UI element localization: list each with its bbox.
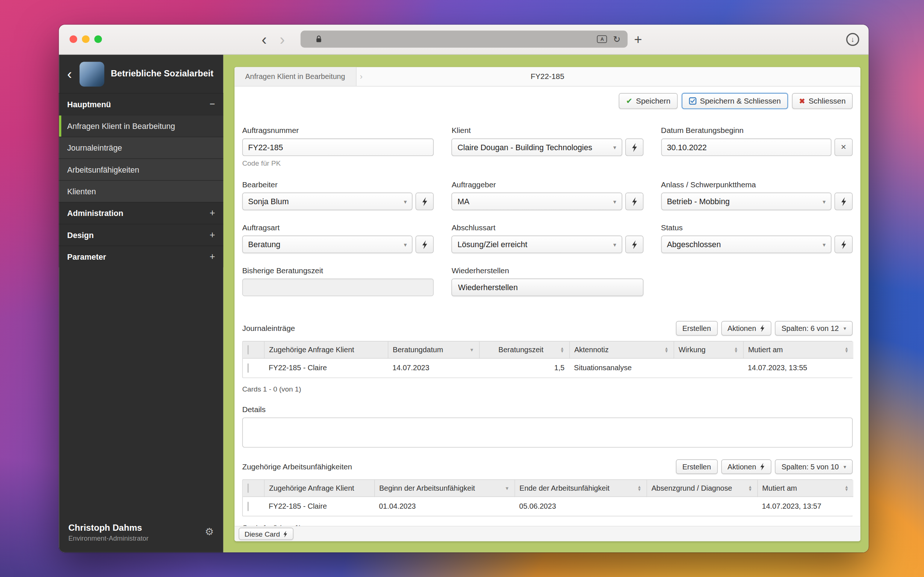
window-zoom-button[interactable]	[94, 35, 102, 43]
gear-icon[interactable]: ⚙	[205, 526, 214, 538]
sidebar-group-design[interactable]: Design +	[59, 224, 223, 245]
bearbeiter-bolt-button[interactable]	[416, 192, 434, 210]
auftraggeber-bolt-button[interactable]	[625, 192, 644, 210]
klient-select[interactable]: Claire Dougan - Building Technologies ▾	[452, 139, 622, 156]
au-actions-button[interactable]: Aktionen	[721, 459, 772, 474]
filter-caret-icon[interactable]: ▼	[505, 485, 509, 491]
journal-columns-button[interactable]: Spalten: 6 von 12 ▾	[775, 321, 853, 336]
abschlussart-select[interactable]: Lösung/Ziel erreicht ▾	[452, 235, 622, 253]
record-actions: ✔ Speichern Speichern & Schliessen ✖ Sch…	[234, 87, 860, 109]
field-label: Bisherige Beratungszeit	[242, 266, 434, 276]
downloads-icon[interactable]: ↓	[846, 33, 859, 46]
field-datum-beratungsbeginn: Datum Beratungsbeginn ✕	[661, 126, 853, 167]
select-all-header[interactable]	[243, 480, 264, 497]
auftraggeber-select[interactable]: MA ▾	[452, 192, 622, 210]
sidebar-item-anfragen-klient[interactable]: Anfragen Klient in Bearbeitung	[59, 115, 223, 137]
browser-nav: ‹ ›	[262, 24, 285, 54]
sidebar-group-administration[interactable]: Administration +	[59, 202, 223, 224]
save-and-close-button[interactable]: Speichern & Schliessen	[682, 93, 788, 109]
expand-icon[interactable]: +	[210, 230, 215, 240]
column-header-mutiert-am[interactable]: Mutiert am▲▼	[743, 342, 853, 358]
row-checkbox[interactable]	[247, 363, 249, 373]
sidebar-collapse-icon[interactable]: ‹	[66, 67, 73, 81]
column-header-anfrage[interactable]: Zugehörige Anfrage Klient	[264, 342, 388, 358]
sort-icon[interactable]: ▲▼	[664, 347, 669, 353]
address-bar[interactable]: A ↻	[300, 31, 628, 47]
sort-icon[interactable]: ▲▼	[748, 485, 752, 492]
column-header-beratungdatum[interactable]: Beratungdatum▼	[388, 342, 479, 358]
auftragsart-bolt-button[interactable]	[416, 235, 434, 253]
au-columns-button[interactable]: Spalten: 5 von 10 ▾	[775, 459, 853, 474]
row-checkbox[interactable]	[247, 502, 249, 511]
au-table-row[interactable]: FY22-185 - Claire 01.04.2023 05.06.2023 …	[243, 496, 853, 516]
collapse-icon[interactable]: −	[210, 99, 215, 110]
bearbeiter-select[interactable]: Sonja Blum ▾	[242, 192, 413, 210]
close-button[interactable]: ✖ Schliessen	[792, 93, 853, 109]
select-all-header[interactable]	[243, 342, 264, 358]
auftragsart-select-value: Beratung	[248, 240, 280, 249]
columns-label: Spalten: 6 von 12	[782, 324, 839, 332]
auftragsnummer-input[interactable]	[242, 139, 434, 156]
sidebar-group-parameter[interactable]: Parameter +	[59, 246, 223, 268]
sort-icon[interactable]: ▲▼	[734, 347, 738, 353]
status-bolt-button[interactable]	[834, 235, 853, 253]
new-tab-icon[interactable]: +	[634, 24, 642, 54]
column-header-aktennotiz[interactable]: Aktennotiz▲▼	[569, 342, 674, 358]
translate-icon[interactable]: A	[597, 35, 607, 43]
journal-cards-count: Cards 1 - 0 (von 1)	[242, 385, 853, 393]
expand-icon[interactable]: +	[210, 208, 215, 219]
klient-bolt-button[interactable]	[625, 139, 644, 156]
select-all-checkbox[interactable]	[247, 484, 249, 493]
au-create-button[interactable]: Erstellen	[676, 459, 717, 474]
column-header-anfrage[interactable]: Zugehörige Anfrage Klient	[264, 480, 374, 497]
column-header-ende[interactable]: Ende der Arbeitsunfähigkeit▲▼	[515, 480, 646, 497]
sidebar-item-klienten[interactable]: Klienten	[59, 181, 223, 202]
field-beratungszeit: Bisherige Beratungszeit	[242, 266, 434, 297]
breadcrumb-tab[interactable]: Anfragen Klient in Bearbeitung	[234, 67, 356, 86]
column-label: Wirkung	[678, 346, 706, 354]
column-header-beginn[interactable]: Beginn der Arbeitsunfähigkeit▼	[374, 480, 515, 497]
abschlussart-bolt-button[interactable]	[625, 235, 644, 253]
journal-table-row[interactable]: FY22-185 - Claire 14.07.2023 1,5 Situati…	[243, 358, 853, 377]
status-select[interactable]: Abgeschlossen ▾	[661, 235, 831, 253]
sidebar-group-hauptmenu[interactable]: Hauptmenü −	[59, 93, 223, 114]
sidebar-item-journaleintraege[interactable]: Journaleinträge	[59, 137, 223, 158]
sort-icon[interactable]: ▲▼	[560, 347, 564, 353]
auftragsart-select[interactable]: Beratung ▾	[242, 235, 413, 253]
column-header-absenzgrund[interactable]: Absenzgrund / Diagnose▲▼	[646, 480, 757, 497]
window-close-button[interactable]	[69, 35, 77, 43]
reload-icon[interactable]: ↻	[613, 35, 620, 44]
sort-icon[interactable]: ▲▼	[845, 485, 849, 492]
wiederherstellen-button[interactable]: Wiederherstellen	[452, 279, 644, 296]
details-textarea[interactable]	[242, 417, 853, 448]
expand-icon[interactable]: +	[210, 251, 215, 262]
chevron-down-icon: ▾	[613, 144, 616, 151]
chevron-down-icon: ▾	[404, 198, 407, 205]
auftraggeber-select-value: MA	[457, 197, 469, 206]
select-all-checkbox[interactable]	[247, 345, 249, 355]
anlass-bolt-button[interactable]	[834, 192, 853, 210]
sort-icon[interactable]: ▲▼	[637, 485, 641, 492]
chevron-down-icon: ▾	[822, 241, 825, 248]
app-avatar	[79, 62, 104, 86]
sidebar-item-arbeitsunfaehigkeiten[interactable]: Arbeitsunfähigkeiten	[59, 158, 223, 180]
chevron-right-icon: ›	[356, 67, 366, 86]
datum-beratungsbeginn-input[interactable]	[661, 139, 831, 156]
column-header-mutiert-am[interactable]: Mutiert am▲▼	[757, 480, 853, 497]
back-icon[interactable]: ‹	[262, 32, 267, 47]
diese-card-button[interactable]: Diese Card	[239, 528, 293, 540]
sort-icon[interactable]: ▲▼	[845, 347, 849, 353]
anlass-select[interactable]: Betrieb - Mobbing ▾	[661, 192, 831, 210]
user-footer: Christoph Dahms Environment-Administrato…	[59, 513, 223, 552]
column-header-beratungszeit[interactable]: Beratungszeit▲▼	[479, 342, 569, 358]
journal-actions-button[interactable]: Aktionen	[721, 321, 772, 336]
journal-create-button[interactable]: Erstellen	[676, 321, 717, 336]
field-label: Auftraggeber	[452, 181, 644, 190]
sidebar-group-label: Parameter	[67, 252, 106, 261]
save-button[interactable]: ✔ Speichern	[619, 93, 677, 109]
column-header-wirkung[interactable]: Wirkung▲▼	[674, 342, 743, 358]
window-minimize-button[interactable]	[82, 35, 90, 43]
forward-icon[interactable]: ›	[280, 32, 285, 47]
filter-caret-icon[interactable]: ▼	[469, 347, 474, 352]
clear-date-button[interactable]: ✕	[834, 139, 853, 156]
